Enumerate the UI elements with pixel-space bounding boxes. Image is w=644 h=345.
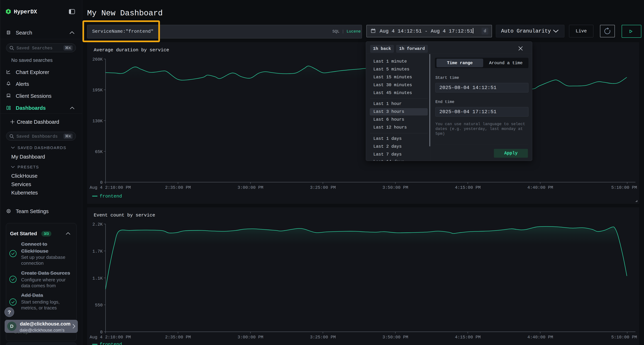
svg-text:Aug 4 2:10:00 PM: Aug 4 2:10:00 PM <box>90 185 131 190</box>
svg-text:4:40:00 PM: 4:40:00 PM <box>527 335 553 340</box>
svg-text:3:00:00 PM: 3:00:00 PM <box>238 335 263 340</box>
svg-text:550: 550 <box>95 303 103 308</box>
svg-text:3:50:00 PM: 3:50:00 PM <box>382 335 408 340</box>
svg-text:4:15:00 PM: 4:15:00 PM <box>455 335 481 340</box>
svg-text:3:50:00 PM: 3:50:00 PM <box>382 185 408 190</box>
svg-text:65K: 65K <box>95 149 103 154</box>
svg-text:4:40:00 PM: 4:40:00 PM <box>527 185 553 190</box>
svg-text:0: 0 <box>100 180 103 185</box>
svg-text:3:25:00 PM: 3:25:00 PM <box>310 185 336 190</box>
svg-text:Aug 4 2:10:00 PM: Aug 4 2:10:00 PM <box>90 335 131 340</box>
svg-text:3:25:00 PM: 3:25:00 PM <box>310 335 336 340</box>
svg-text:3:00:00 PM: 3:00:00 PM <box>238 185 263 190</box>
svg-text:2.2K: 2.2K <box>92 222 103 227</box>
svg-text:4:15:00 PM: 4:15:00 PM <box>455 185 481 190</box>
svg-text:0: 0 <box>100 330 103 335</box>
svg-text:130K: 130K <box>92 119 103 123</box>
svg-text:1.1K: 1.1K <box>92 276 103 281</box>
svg-text:260K: 260K <box>92 57 103 62</box>
svg-text:195K: 195K <box>92 88 103 93</box>
svg-text:2:35:00 PM: 2:35:00 PM <box>165 335 191 340</box>
svg-text:1.7K: 1.7K <box>92 249 103 254</box>
svg-text:5:10:00 PM: 5:10:00 PM <box>611 335 637 340</box>
svg-text:2:35:00 PM: 2:35:00 PM <box>165 185 191 190</box>
svg-text:5:10:00 PM: 5:10:00 PM <box>611 185 637 190</box>
